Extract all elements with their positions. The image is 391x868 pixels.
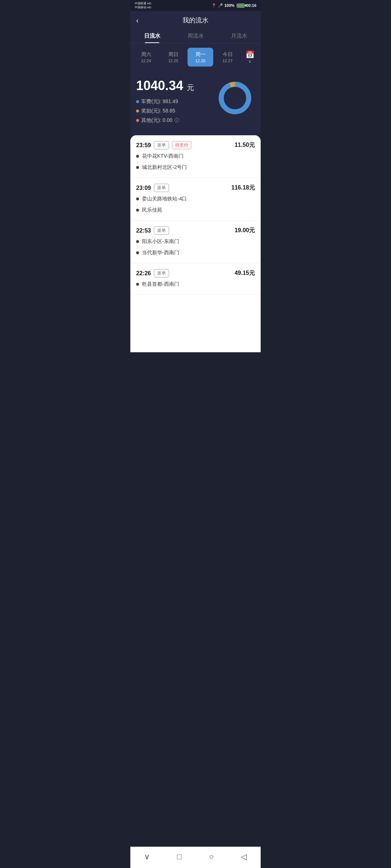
transaction-amount-3: 19.00元 [235,227,255,234]
dot-other [136,119,139,122]
donut-blue-arc [221,84,249,112]
legend-other: 其他(元): 0.00 ⓘ [136,117,215,124]
transaction-amount-1: 11.50元 [235,141,255,149]
transaction-list: 23:59 派单 待支付 11.50元 花中花KTV-西南门 城北新村北区-2号… [130,135,261,352]
route-from-2: 娄山关路地铁站-4口 [136,196,255,202]
route-dot-from-1 [136,155,139,158]
transaction-meta-4: 22:26 派单 [136,269,169,277]
transaction-header-1: 23:59 派单 待支付 11.50元 [136,141,255,149]
transaction-time-4: 22:26 [136,270,151,277]
tag-dispatch-1: 派单 [154,141,169,149]
battery-icon [237,4,245,8]
location-icon: 📍 [211,3,216,8]
back-button[interactable]: ‹ [136,16,139,25]
tag-dispatch-2: 派单 [154,184,169,192]
route-from-1: 花中花KTV-西南门 [136,153,255,159]
page-title: 我的流水 [136,16,255,25]
transaction-meta-1: 23:59 派单 待支付 [136,141,192,149]
transaction-header-2: 23:09 派单 116.18元 [136,184,255,192]
route-connector-1 [137,161,138,164]
transaction-time-2: 23:09 [136,185,151,191]
carrier-info: 中国联通 HD 中国移动 HD [135,1,151,9]
calendar-button[interactable]: 📅 ∨ [242,50,258,64]
dot-bonus [136,110,139,112]
day-selector: 周六 12.24 周日 12.25 周一 12.26 今日 12.27 📅 ∨ [130,43,261,71]
legend-fare: 车费(元): 981.49 [136,98,215,105]
route-dot-from-4 [136,283,139,286]
day-today[interactable]: 今日 12.27 [215,48,240,67]
tab-monthly[interactable]: 月流水 [217,28,261,43]
total-amount: 1040.34 元 [136,78,215,93]
donut-svg [215,78,255,118]
donut-chart [215,78,255,118]
transaction-header-3: 22:53 派单 19.00元 [136,226,255,235]
route-connector-3 [137,247,138,250]
status-bar: 中国联通 HD 中国移动 HD 📍 🎤 100% 00:16 [130,0,261,11]
battery-percent: 100% [224,3,235,8]
route-to-2: 民乐佳苑 [136,207,255,213]
route-dot-to-1 [136,166,139,169]
tab-bar: 日流水 周流水 月流水 [130,28,261,43]
transaction-amount-2: 116.18元 [231,184,255,192]
route-dot-from-2 [136,197,139,200]
tag-pending-1: 待支付 [172,141,192,149]
route-to-3: 当代新华-西南门 [136,250,255,256]
transaction-meta-3: 22:53 派单 [136,226,169,235]
transaction-item-2: 23:09 派单 116.18元 娄山关路地铁站-4口 民乐佳苑 [130,178,261,221]
tab-daily[interactable]: 日流水 [130,28,174,43]
route-connector-2 [137,204,138,207]
header: ‹ 我的流水 [130,11,261,28]
calendar-icon: 📅 [242,50,258,59]
dot-fare [136,100,139,103]
day-sunday[interactable]: 周日 12.25 [160,48,186,67]
transaction-item-3: 22:53 派单 19.00元 阳东小区-东南门 当代新华-西南门 [130,221,261,263]
transaction-time-3: 22:53 [136,227,151,234]
legend-bonus: 奖励(元): 58.85 [136,108,215,114]
route-dot-from-3 [136,240,139,243]
summary-panel: 1040.34 元 车费(元): 981.49 奖励(元): 58.85 其他(… [130,71,261,135]
day-saturday[interactable]: 周六 12.24 [133,48,159,67]
route-from-4: 乾县首都-西南门 [136,281,255,288]
transaction-item-1: 23:59 派单 待支付 11.50元 花中花KTV-西南门 城北新村北区-2号… [130,135,261,178]
tab-weekly[interactable]: 周流水 [174,28,217,43]
status-right: 📍 🎤 100% 00:16 [211,3,256,8]
transaction-meta-2: 23:09 派单 [136,184,169,192]
transaction-time-1: 23:59 [136,142,151,149]
route-dot-to-3 [136,251,139,254]
route-from-3: 阳东小区-东南门 [136,238,255,245]
transaction-amount-4: 49.15元 [235,269,255,277]
transaction-item-4: 22:26 派单 49.15元 乾县首都-西南门 [130,263,261,295]
tag-dispatch-4: 派单 [154,269,169,277]
mic-icon: 🎤 [218,3,223,8]
info-icon: ⓘ [175,117,179,124]
summary-left: 1040.34 元 车费(元): 981.49 奖励(元): 58.85 其他(… [136,78,215,127]
day-monday[interactable]: 周一 12.26 [188,48,213,67]
route-dot-to-2 [136,209,139,212]
clock: 00:16 [246,3,256,8]
transaction-header-4: 22:26 派单 49.15元 [136,269,255,277]
tag-dispatch-3: 派单 [154,226,169,235]
route-to-1: 城北新村北区-2号门 [136,164,255,171]
